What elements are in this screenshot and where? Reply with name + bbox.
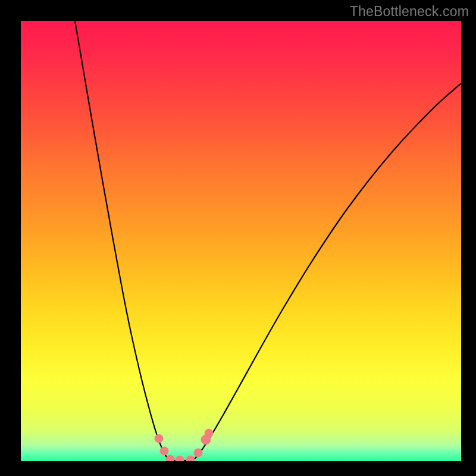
chart-svg xyxy=(21,21,461,461)
chart-frame: TheBottleneck.com xyxy=(0,0,476,476)
data-marker xyxy=(176,456,184,461)
data-markers xyxy=(155,429,213,461)
data-marker xyxy=(186,456,195,461)
plot-area xyxy=(21,21,461,461)
attribution-label: TheBottleneck.com xyxy=(350,4,469,20)
data-marker xyxy=(194,449,202,457)
data-marker xyxy=(155,434,163,443)
bottleneck-curve-left xyxy=(75,21,171,461)
data-marker xyxy=(205,429,213,437)
bottleneck-curve-right xyxy=(192,83,461,461)
data-marker xyxy=(166,455,174,461)
data-marker xyxy=(160,447,168,455)
